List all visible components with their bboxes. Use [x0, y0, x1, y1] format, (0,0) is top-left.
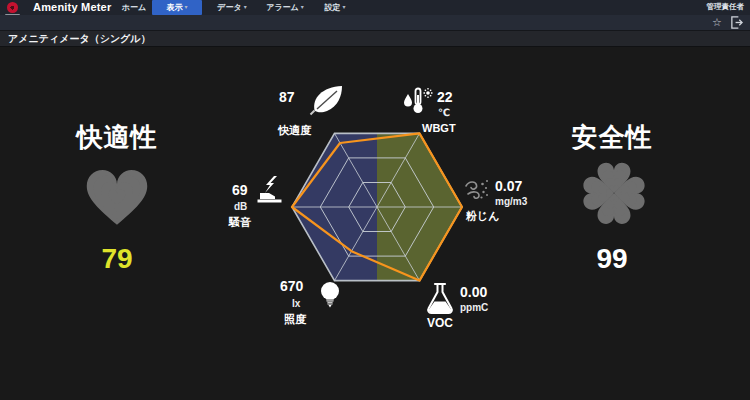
illuminance-value: 670	[280, 278, 303, 294]
bulb-icon	[317, 280, 343, 312]
chevron-down-icon: ▾	[301, 4, 304, 10]
noise-value: 69	[232, 182, 248, 198]
safety-score: 99	[542, 243, 682, 275]
menu-data[interactable]: データ▾	[208, 0, 256, 15]
wbgt-value: 22	[437, 89, 453, 105]
menu-home[interactable]: ホーム	[113, 0, 155, 15]
amenity-meter-screen: Amenity Meter ホーム 表示▾ データ▾ アラーム▾ 設定▾ 管理責…	[0, 0, 750, 400]
clover-icon	[576, 150, 652, 234]
voc-value: 0.00	[460, 284, 487, 300]
noise-unit: dB	[234, 201, 247, 212]
voc-label: VOC	[427, 316, 453, 330]
flask-icon	[423, 282, 457, 316]
voc-unit: ppmC	[460, 302, 488, 313]
selector-bar: 工場 第4棟▾ / 組立ライン▾ 組立ラインA-2▾ RFIDタグ選択▾ ☆	[0, 15, 750, 30]
noise-machine-icon	[255, 175, 285, 205]
wbgt-label: WBGT	[422, 122, 456, 134]
chevron-down-icon: ▾	[342, 4, 345, 10]
noise-label: 騒音	[229, 215, 251, 230]
star-icon[interactable]: ☆	[712, 15, 722, 30]
menu-alarm[interactable]: アラーム▾	[258, 0, 312, 15]
wbgt-thermometer-icon	[401, 87, 433, 117]
dust-icon	[464, 177, 490, 203]
menu-settings[interactable]: 設定▾	[314, 0, 356, 15]
illuminance-unit: lx	[292, 298, 300, 309]
radar-chart	[282, 124, 472, 290]
leaf-icon	[309, 83, 345, 117]
heart-icon	[81, 156, 153, 236]
user-role-label: 管理責任者	[707, 2, 745, 12]
comfort-index-value: 87	[279, 89, 295, 105]
dust-unit: mg/m3	[495, 196, 527, 207]
dust-label: 粉じん	[466, 209, 500, 224]
app-title: Amenity Meter	[33, 0, 111, 15]
logout-icon[interactable]	[730, 16, 743, 29]
illuminance-label: 照度	[284, 312, 306, 327]
wbgt-unit: ℃	[438, 107, 450, 118]
page-title-bar: アメニティメータ（シングル）	[0, 30, 750, 47]
top-nav: Amenity Meter ホーム 表示▾ データ▾ アラーム▾ 設定▾ 管理責…	[0, 0, 750, 15]
comfort-index-label: 快適度	[278, 123, 311, 138]
chevron-down-icon: ▾	[184, 4, 187, 10]
app-logo	[7, 2, 18, 13]
comfort-title: 快適性	[47, 120, 187, 155]
menu-display[interactable]: 表示▾	[152, 0, 202, 15]
chevron-down-icon: ▾	[244, 4, 247, 10]
page-title: アメニティメータ（シングル）	[8, 31, 151, 47]
dust-value: 0.07	[495, 178, 522, 194]
comfort-score: 79	[47, 243, 187, 275]
